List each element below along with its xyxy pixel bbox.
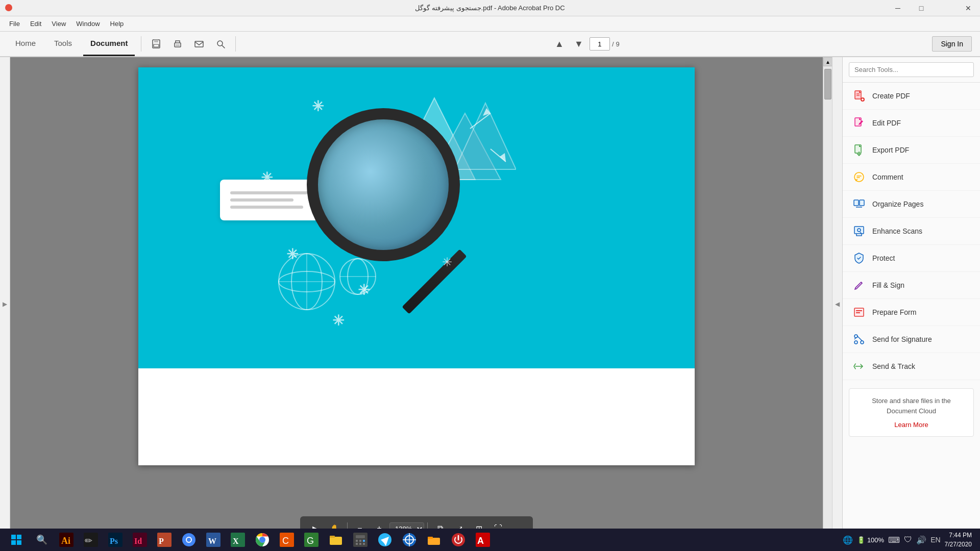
fill-sign-label: Fill & Sign bbox=[872, 281, 904, 289]
search-button[interactable] bbox=[212, 35, 229, 53]
tool-send-signature[interactable]: Send for Signature bbox=[843, 326, 980, 353]
scrollbar: ▲ ▼ bbox=[823, 57, 832, 551]
maximize-button[interactable]: □ bbox=[910, 0, 933, 16]
protect-icon bbox=[852, 251, 866, 265]
taskbar-shutdown[interactable] bbox=[447, 529, 470, 551]
keyboard-icon[interactable]: ⌨ bbox=[888, 535, 900, 545]
lang-icon[interactable]: EN bbox=[930, 536, 940, 544]
next-page-button[interactable]: ▼ bbox=[570, 35, 587, 53]
taskbar-photoshop[interactable]: Ps bbox=[104, 529, 127, 551]
minimize-button[interactable]: ─ bbox=[886, 0, 910, 16]
taskbar-calculator[interactable] bbox=[349, 529, 372, 551]
comment-label: Comment bbox=[872, 173, 903, 181]
svg-text:A: A bbox=[477, 536, 484, 546]
tool-enhance-scans[interactable]: Enhance Scans bbox=[843, 218, 980, 245]
page-number-input[interactable]: 1 bbox=[590, 37, 610, 51]
taskbar-browser2[interactable] bbox=[398, 529, 421, 551]
sound-icon[interactable]: 🔊 bbox=[916, 535, 926, 545]
menu-view[interactable]: View bbox=[46, 18, 71, 30]
svg-rect-34 bbox=[860, 200, 864, 206]
email-button[interactable] bbox=[190, 35, 208, 53]
document-area: ✳ ✳ ✳ ✳ ✳ ✳ bbox=[10, 57, 823, 551]
svg-rect-46 bbox=[17, 535, 21, 539]
print-button[interactable] bbox=[169, 35, 186, 53]
menu-window[interactable]: Window bbox=[71, 18, 105, 30]
taskbar: 🔍 Ai ✏ Ps Id P W X C G bbox=[0, 529, 980, 551]
taskbar-acrobat[interactable]: A bbox=[472, 529, 494, 551]
magnifier bbox=[307, 108, 460, 261]
tool-organize-pages[interactable]: Organize Pages bbox=[843, 191, 980, 218]
svg-rect-40 bbox=[856, 310, 862, 311]
edit-pdf-icon bbox=[852, 116, 866, 130]
tab-document[interactable]: Document bbox=[83, 32, 135, 56]
scroll-thumb[interactable] bbox=[824, 69, 831, 99]
taskbar-file-explorer[interactable] bbox=[325, 529, 347, 551]
taskbar-app-orange[interactable]: C bbox=[276, 529, 298, 551]
tool-comment[interactable]: Comment bbox=[843, 164, 980, 191]
prev-page-button[interactable]: ▲ bbox=[551, 35, 568, 53]
tool-edit-pdf[interactable]: Edit PDF bbox=[843, 110, 980, 137]
save-button[interactable] bbox=[148, 35, 165, 53]
sign-in-button[interactable]: Sign In bbox=[932, 36, 972, 52]
start-button[interactable] bbox=[4, 530, 29, 550]
tab-tools[interactable]: Tools bbox=[47, 32, 79, 56]
svg-point-44 bbox=[854, 341, 857, 344]
taskbar-app-green[interactable]: G bbox=[300, 529, 323, 551]
taskbar-folder[interactable] bbox=[423, 529, 445, 551]
window-title: جستجوی پیشرفته گوگل.pdf - Adobe Acrobat … bbox=[415, 4, 565, 12]
tool-export-pdf[interactable]: Export PDF bbox=[843, 137, 980, 164]
tool-create-pdf[interactable]: Create PDF bbox=[843, 83, 980, 110]
svg-rect-5 bbox=[195, 41, 203, 47]
page-navigation: ▲ ▼ 1 / 9 bbox=[551, 35, 620, 53]
prepare-form-icon bbox=[852, 305, 866, 319]
tab-home[interactable]: Home bbox=[8, 32, 43, 56]
scroll-track[interactable] bbox=[823, 66, 832, 542]
title-bar: جستجوی پیشرفته گوگل.pdf - Adobe Acrobat … bbox=[0, 0, 980, 16]
taskbar-word[interactable]: W bbox=[202, 529, 225, 551]
taskbar-powerpoint[interactable]: P bbox=[153, 529, 176, 551]
taskbar-browser[interactable] bbox=[178, 529, 200, 551]
svg-rect-1 bbox=[154, 40, 158, 42]
svg-rect-48 bbox=[17, 540, 21, 545]
spinner-icon: ✳ bbox=[442, 255, 452, 269]
send-signature-icon bbox=[852, 332, 866, 346]
left-panel-toggle[interactable]: ▶ bbox=[0, 57, 10, 551]
sparkle-5: ✳ bbox=[332, 312, 344, 329]
tool-protect[interactable]: Protect bbox=[843, 245, 980, 272]
svg-rect-80 bbox=[359, 543, 361, 545]
tool-prepare-form[interactable]: Prepare Form bbox=[843, 299, 980, 326]
taskbar-wacom[interactable]: ✏ bbox=[80, 529, 102, 551]
svg-rect-87 bbox=[428, 538, 440, 545]
sparkle-1: ✳ bbox=[312, 98, 324, 115]
taskbar-telegram[interactable] bbox=[374, 529, 396, 551]
menu-edit[interactable]: Edit bbox=[25, 18, 46, 30]
toolbar-separator-2 bbox=[235, 36, 236, 52]
svg-point-42 bbox=[854, 335, 857, 338]
tool-fill-sign[interactable]: Fill & Sign bbox=[843, 272, 980, 299]
toolbar: Home Tools Document ▲ ▼ 1 / 9 Sign In bbox=[0, 32, 980, 57]
tool-send-track[interactable]: Send & Track bbox=[843, 353, 980, 380]
svg-text:G: G bbox=[307, 536, 314, 546]
date-display: 7/27/2020 bbox=[945, 540, 972, 549]
close-button[interactable]: ✕ bbox=[957, 0, 980, 16]
send-track-icon bbox=[852, 359, 866, 373]
learn-more-link[interactable]: Learn More bbox=[894, 421, 928, 429]
taskbar-right: 🌐 🔋 100% ⌨ 🛡 🔊 EN 7:44 PM 7/27/2020 bbox=[843, 531, 976, 549]
taskbar-illustrator[interactable]: Ai bbox=[55, 529, 78, 551]
svg-text:Ps: Ps bbox=[110, 537, 118, 545]
taskbar-excel[interactable]: X bbox=[227, 529, 249, 551]
svg-point-67 bbox=[259, 537, 265, 543]
taskbar-search[interactable]: 🔍 bbox=[31, 529, 53, 551]
menu-file[interactable]: File bbox=[4, 18, 25, 30]
tools-search-input[interactable] bbox=[849, 62, 974, 77]
pdf-page: ✳ ✳ ✳ ✳ ✳ ✳ bbox=[138, 67, 695, 465]
right-panel-toggle[interactable]: ◀ bbox=[832, 57, 842, 551]
antivirus-icon[interactable]: 🛡 bbox=[904, 535, 912, 544]
edit-pdf-label: Edit PDF bbox=[872, 119, 901, 127]
svg-rect-75 bbox=[356, 535, 365, 538]
network-icon[interactable]: 🌐 bbox=[843, 535, 853, 545]
menu-help[interactable]: Help bbox=[105, 18, 129, 30]
taskbar-indesign[interactable]: Id bbox=[129, 529, 151, 551]
taskbar-chrome[interactable] bbox=[251, 529, 274, 551]
scroll-up[interactable]: ▲ bbox=[823, 57, 832, 66]
